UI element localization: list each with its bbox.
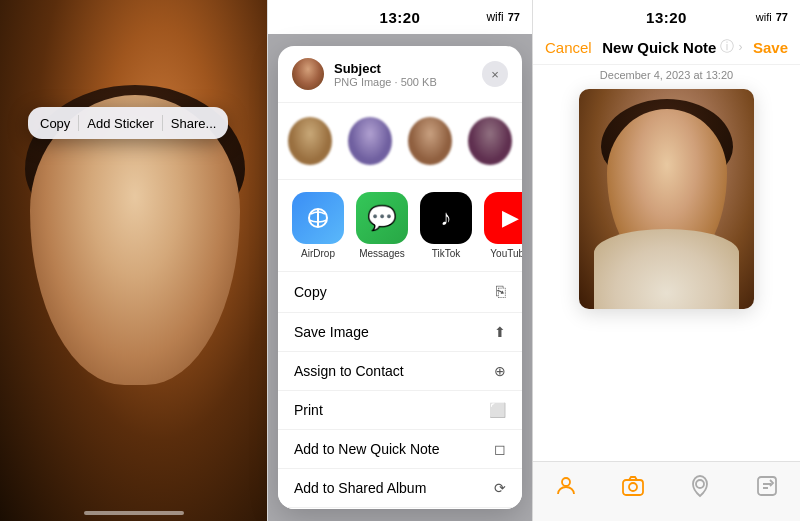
copy-button[interactable]: Copy xyxy=(40,116,70,131)
panel2-share-sheet: 13:20 wifi 77 Subject PNG Image · 500 KB… xyxy=(267,0,533,521)
panel2-card-header: Subject PNG Image · 500 KB × xyxy=(278,46,522,103)
panel3-people-icon[interactable] xyxy=(554,474,578,504)
panel2-subject-info: Subject PNG Image · 500 KB xyxy=(334,61,482,88)
panel3-location-icon[interactable] xyxy=(688,474,712,504)
panel2-tiktok-item[interactable]: ♪ TikTok xyxy=(420,192,472,259)
panel2-airdrop-icon xyxy=(292,192,344,244)
svg-rect-6 xyxy=(758,477,776,495)
panel2-share-card: Subject PNG Image · 500 KB × xyxy=(278,46,522,509)
share-button[interactable]: Share... xyxy=(171,116,217,131)
panel1-context-menu: Copy Add Sticker Share... xyxy=(28,107,228,139)
panel3-toolbar xyxy=(533,461,800,521)
panel2-youtube-item[interactable]: ▶ YouTube xyxy=(484,192,522,259)
panel3-battery-icon: 77 xyxy=(776,11,788,23)
panel3-statusbar: 13:20 wifi 77 xyxy=(533,0,800,34)
panel3-share-icon[interactable] xyxy=(755,474,779,504)
panel3-photo-container xyxy=(533,89,800,325)
svg-point-4 xyxy=(629,483,637,491)
action-shared-album[interactable]: Add to Shared Album ⟳ xyxy=(278,469,522,508)
add-sticker-button[interactable]: Add Sticker xyxy=(87,116,153,131)
action-copy-label: Copy xyxy=(294,284,327,300)
panel2-messages-label: Messages xyxy=(359,248,405,259)
panel2-contacts-row xyxy=(278,103,522,180)
action-save-image[interactable]: Save Image ⬆ xyxy=(278,313,522,352)
action-save-image-label: Save Image xyxy=(294,324,369,340)
panel3-photo xyxy=(579,89,754,309)
panel2-apps-row: AirDrop 💬 Messages ♪ TikTok ▶ xyxy=(278,180,522,272)
panel3-title-group: New Quick Note ⓘ › xyxy=(602,38,742,56)
panel3-save-button[interactable]: Save xyxy=(753,39,788,56)
panel1-photo-view: Copy Add Sticker Share... xyxy=(0,0,267,521)
panel3-quick-note: 13:20 wifi 77 Cancel New Quick Note ⓘ › … xyxy=(533,0,800,521)
panel3-page-title: New Quick Note xyxy=(602,39,716,56)
action-shared-album-label: Add to Shared Album xyxy=(294,480,426,496)
panel2-close-button[interactable]: × xyxy=(482,61,508,87)
panel2-messages-icon: 💬 xyxy=(356,192,408,244)
wifi-icon: wifi xyxy=(486,10,503,24)
panel2-time: 13:20 xyxy=(380,9,421,26)
panel2-subject-avatar xyxy=(292,58,324,90)
panel2-messages-item[interactable]: 💬 Messages xyxy=(356,192,408,259)
action-print[interactable]: Print ⬜ xyxy=(278,391,522,430)
panel2-tiktok-icon: ♪ xyxy=(420,192,472,244)
panel2-actions-list: Copy ⎘ Save Image ⬆ Assign to Contact ⊕ … xyxy=(278,272,522,509)
contact-avatar-2[interactable] xyxy=(348,117,392,165)
panel3-info-icon: ⓘ xyxy=(720,38,734,56)
action-quick-note[interactable]: Add to New Quick Note ◻ xyxy=(278,430,522,469)
contact-avatar-4[interactable] xyxy=(468,117,512,165)
panel2-youtube-label: YouTube xyxy=(490,248,522,259)
action-copy-icon: ⎘ xyxy=(496,283,506,301)
panel3-cancel-button[interactable]: Cancel xyxy=(545,39,592,56)
divider1 xyxy=(78,115,79,131)
panel3-chevron-icon: › xyxy=(738,40,742,54)
panel2-airdrop-item[interactable]: AirDrop xyxy=(292,192,344,259)
panel2-statusbar: 13:20 wifi 77 xyxy=(268,0,532,34)
action-print-label: Print xyxy=(294,402,323,418)
action-assign-contact-label: Assign to Contact xyxy=(294,363,404,379)
action-quick-note-label: Add to New Quick Note xyxy=(294,441,440,457)
panel2-youtube-icon: ▶ xyxy=(484,192,522,244)
panel3-wifi-icon: wifi xyxy=(756,11,772,23)
panel3-photo-body xyxy=(594,229,739,309)
divider2 xyxy=(162,115,163,131)
action-save-image-icon: ⬆ xyxy=(494,324,506,340)
svg-point-5 xyxy=(696,480,704,488)
action-print-icon: ⬜ xyxy=(489,402,506,418)
panel3-camera-icon[interactable] xyxy=(621,474,645,504)
panel2-subject-subtitle: PNG Image · 500 KB xyxy=(334,76,482,88)
battery-icon: 77 xyxy=(508,11,520,23)
contact-avatar-3[interactable] xyxy=(408,117,452,165)
svg-point-2 xyxy=(562,478,570,486)
panel3-status-icons: wifi 77 xyxy=(756,11,788,23)
contact-avatar-1[interactable] xyxy=(288,117,332,165)
panel2-status-icons: wifi 77 xyxy=(486,10,520,24)
panel2-airdrop-label: AirDrop xyxy=(301,248,335,259)
action-assign-contact[interactable]: Assign to Contact ⊕ xyxy=(278,352,522,391)
panel1-home-indicator xyxy=(84,511,184,515)
panel3-time: 13:20 xyxy=(646,9,687,26)
action-quick-note-icon: ◻ xyxy=(494,441,506,457)
panel3-navbar: Cancel New Quick Note ⓘ › Save xyxy=(533,34,800,65)
panel2-tiktok-label: TikTok xyxy=(432,248,461,259)
panel3-date-label: December 4, 2023 at 13:20 xyxy=(533,65,800,89)
panel2-sheet-backdrop: Subject PNG Image · 500 KB × xyxy=(268,34,532,521)
action-copy[interactable]: Copy ⎘ xyxy=(278,272,522,313)
panel2-subject-name: Subject xyxy=(334,61,482,76)
action-watch-face[interactable]: Create Watch Face ◯ xyxy=(278,508,522,509)
action-assign-contact-icon: ⊕ xyxy=(494,363,506,379)
action-shared-album-icon: ⟳ xyxy=(494,480,506,496)
